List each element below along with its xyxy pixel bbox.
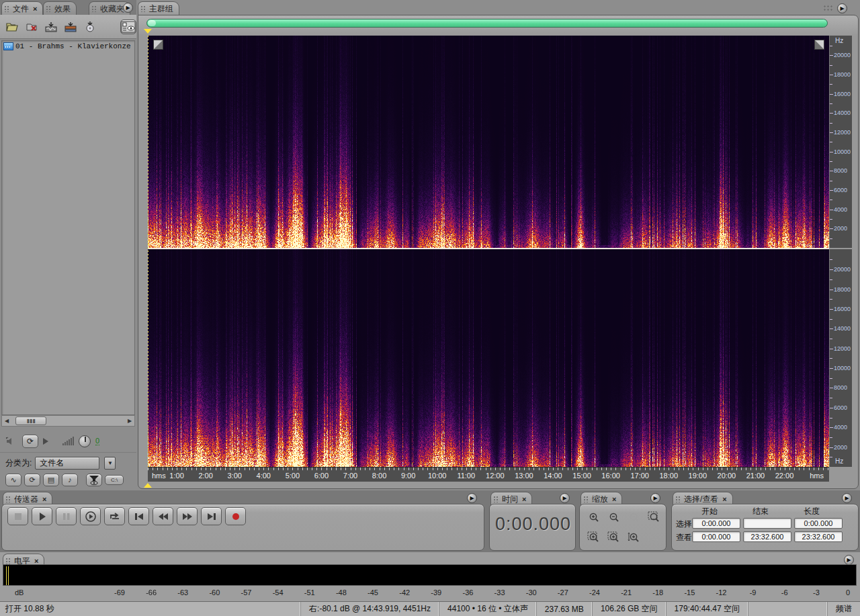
view-start-field[interactable]: 0:00.000 xyxy=(692,531,740,542)
show-full-path-button[interactable]: C:\ xyxy=(105,475,124,485)
insert-into-cd-icon[interactable] xyxy=(82,19,97,34)
zoom-in-horizontal-button[interactable] xyxy=(585,509,602,524)
bottom-panel-row: 传送器× 时间× 0:00.000 缩放× 选择/查看× 开始结束长度选择0:0… xyxy=(0,490,860,552)
insert-into-multitrack-icon[interactable] xyxy=(63,19,79,34)
db-tick-label: -30 xyxy=(526,588,537,597)
freq-tick-label: 18000 xyxy=(834,286,851,293)
zoom-out-vertical-button[interactable] xyxy=(645,529,662,544)
scroll-right-icon[interactable]: ▶ xyxy=(125,418,134,424)
preview-volume-knob[interactable] xyxy=(79,435,91,447)
loop-preview-button[interactable]: ⟳ xyxy=(22,435,38,448)
selection-menu-button[interactable] xyxy=(842,493,852,503)
tab-transport[interactable]: 传送器× xyxy=(3,492,52,505)
db-tick-label: -33 xyxy=(494,588,505,597)
filter-view-button[interactable] xyxy=(86,474,102,486)
close-selection-icon[interactable]: × xyxy=(722,495,726,503)
selection-handle-left-icon[interactable] xyxy=(153,40,163,50)
play-spool-button[interactable] xyxy=(80,507,101,525)
audition-window: 文件×效果收藏夹 01 - Brahms - Klavierkonze ◀ ▮▮… xyxy=(0,0,860,616)
view-length-field[interactable]: 23:32.600 xyxy=(794,531,843,542)
close-file-icon[interactable] xyxy=(25,19,40,34)
spectrogram-left-channel[interactable] xyxy=(148,36,829,248)
tab-selection-view[interactable]: 选择/查看× xyxy=(673,492,733,505)
time-menu-button[interactable] xyxy=(560,493,570,503)
pause-button[interactable] xyxy=(56,507,77,525)
zoom-to-selection-button[interactable] xyxy=(645,509,662,524)
show-options-icon[interactable] xyxy=(120,19,136,34)
show-loops-button[interactable]: ⟳ xyxy=(24,474,40,486)
time-tick-label: 1:00 xyxy=(169,472,183,480)
selection-handle-right-icon[interactable] xyxy=(814,40,824,50)
preview-volume-value[interactable]: 0 xyxy=(95,437,99,445)
playhead-bottom-marker[interactable] xyxy=(144,483,152,488)
levels-panel: 电平× dB-69-66-63-60-57-54-51-48-45-42-39-… xyxy=(0,552,860,601)
close-zoom-icon[interactable]: × xyxy=(612,495,616,503)
transport-menu-button[interactable] xyxy=(467,493,477,503)
file-list[interactable]: 01 - Brahms - Klavierkonze xyxy=(1,40,135,415)
show-audio-button[interactable]: ♪ xyxy=(62,474,78,486)
time-tick-label: 2:00 xyxy=(198,472,212,480)
levels-menu-button[interactable] xyxy=(844,555,854,565)
file-list-hscrollbar[interactable]: ◀ ▮▮▮ ▶ xyxy=(1,415,135,427)
rewind-button[interactable] xyxy=(153,507,173,525)
close-transport-icon[interactable]: × xyxy=(42,495,46,503)
level-meter[interactable] xyxy=(3,564,857,586)
time-tick-label: 4:00 xyxy=(257,472,271,480)
tab-time[interactable]: 时间× xyxy=(490,492,532,505)
tab-files[interactable]: 文件× xyxy=(1,1,43,15)
zoom-out-full-button[interactable] xyxy=(625,509,642,524)
playhead-top-marker[interactable] xyxy=(144,29,152,34)
db-tick-label: -6 xyxy=(781,588,788,597)
show-video-button[interactable]: ▤ xyxy=(43,474,59,486)
zoom-in-left-edge-button[interactable] xyxy=(585,529,602,544)
play-button[interactable] xyxy=(32,507,52,525)
preview-play-icon[interactable] xyxy=(43,438,48,445)
selection-end-field[interactable] xyxy=(743,518,791,529)
record-button[interactable] xyxy=(225,507,246,525)
time-tick-label: 11:00 xyxy=(457,472,475,480)
hscroll-thumb[interactable]: ▮▮▮ xyxy=(15,416,46,425)
close-files-icon[interactable]: × xyxy=(33,5,37,13)
file-list-item[interactable]: 01 - Brahms - Klavierkonze xyxy=(2,41,134,52)
tab-zoom[interactable]: 缩放× xyxy=(580,492,622,505)
sort-select-arrow-icon[interactable]: ▼ xyxy=(104,457,116,470)
import-file-icon[interactable] xyxy=(44,19,59,34)
transport-panel xyxy=(1,504,484,551)
scroll-left-icon[interactable]: ◀ xyxy=(2,418,11,424)
db-unit-label: dB xyxy=(15,588,24,597)
tab-main-group[interactable]: 主群组 xyxy=(138,1,179,15)
time-tick-label: 14:00 xyxy=(544,472,562,480)
selection-start-field[interactable]: 0:00.000 xyxy=(692,518,740,529)
stop-button[interactable] xyxy=(7,507,28,525)
zoom-out-horizontal-button[interactable] xyxy=(605,509,622,524)
close-time-icon[interactable]: × xyxy=(522,495,526,503)
frequency-ruler-left[interactable]: 2000018000160001400012000100008000600040… xyxy=(829,36,852,248)
play-looped-button[interactable] xyxy=(104,507,125,525)
show-waveforms-button[interactable]: ∿ xyxy=(5,474,22,486)
zoom-in-vertical-button[interactable] xyxy=(625,529,642,544)
go-to-beginning-button[interactable] xyxy=(128,507,149,525)
go-to-end-button[interactable] xyxy=(201,507,222,525)
fast-forward-button[interactable] xyxy=(177,507,198,525)
view-end-field[interactable]: 23:32.600 xyxy=(743,531,791,542)
freq-tick-label: 20000 xyxy=(834,52,851,58)
tab-effects[interactable]: 效果 xyxy=(43,1,77,15)
time-ruler[interactable]: 1:002:003:004:005:006:007:008:009:0010:0… xyxy=(148,467,829,482)
autoplay-speaker-icon[interactable] xyxy=(5,437,17,446)
zoom-in-right-edge-button[interactable] xyxy=(605,529,622,544)
spectrogram-right-channel[interactable] xyxy=(148,249,829,467)
db-tick-label: -48 xyxy=(336,588,347,597)
db-tick-label: -57 xyxy=(241,588,252,597)
files-panel-menu-button[interactable] xyxy=(123,3,133,13)
zoom-menu-button[interactable] xyxy=(650,493,660,503)
selection-length-field[interactable]: 0:00.000 xyxy=(794,518,843,529)
frequency-ruler-right[interactable]: 2000018000160001400012000100008000600040… xyxy=(829,249,852,467)
sort-select[interactable]: 文件名 xyxy=(35,457,99,470)
sort-row: 分类为: 文件名 ▼ xyxy=(0,454,136,472)
db-tick-label: -15 xyxy=(684,588,695,597)
main-panel-menu-button[interactable] xyxy=(837,3,847,13)
open-file-icon[interactable] xyxy=(5,19,21,34)
freq-unit-label: Hz xyxy=(835,457,843,465)
timeline-nav-scrollbar[interactable] xyxy=(146,19,828,28)
main-panel-grip[interactable] xyxy=(823,5,832,11)
